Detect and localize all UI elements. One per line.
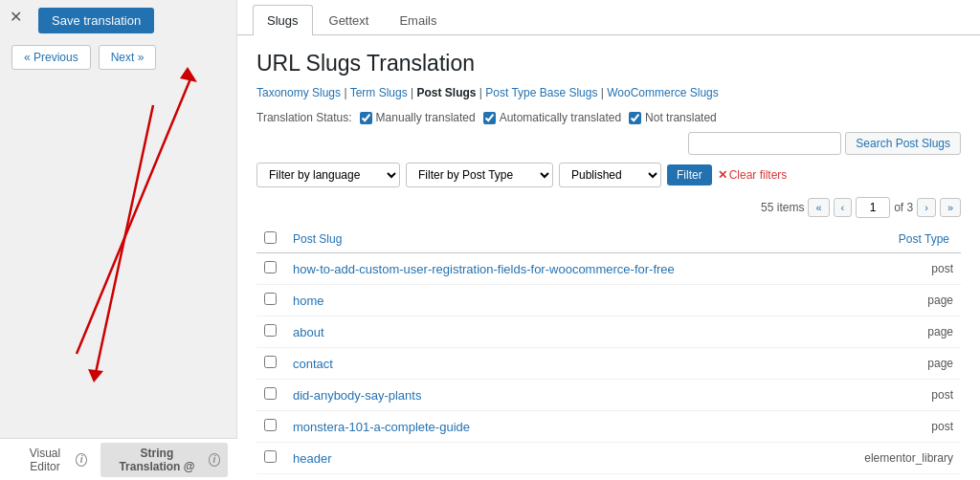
sublink-woocommerce[interactable]: WooCommerce Slugs bbox=[607, 86, 718, 99]
page-title: URL Slugs Translation bbox=[256, 51, 961, 76]
select-all-column bbox=[256, 226, 285, 253]
current-page-input[interactable]: 1 bbox=[856, 197, 890, 218]
row-checkbox-4[interactable] bbox=[264, 387, 277, 400]
row-checkbox-0[interactable] bbox=[264, 261, 277, 273]
post-type-cell: post bbox=[820, 411, 961, 443]
svg-line-2 bbox=[96, 105, 153, 373]
row-checkbox-2[interactable] bbox=[264, 324, 277, 337]
first-page-button[interactable]: « bbox=[808, 198, 829, 217]
slug-link-6[interactable]: header bbox=[293, 451, 331, 466]
filters-row-2: Filter by language Filter by Post Type P… bbox=[256, 163, 961, 187]
slug-link-4[interactable]: did-anybody-say-plants bbox=[293, 388, 421, 403]
slug-link-3[interactable]: contact bbox=[293, 357, 333, 371]
sublink-taxonomy[interactable]: Taxonomy Slugs bbox=[256, 86, 341, 99]
row-checkbox-cell bbox=[256, 380, 285, 411]
slug-link-2[interactable]: about bbox=[293, 325, 324, 339]
close-button[interactable]: ✕ bbox=[10, 8, 22, 26]
search-post-slugs-button[interactable]: Search Post Slugs bbox=[845, 132, 961, 155]
tabs-bar: Slugs Gettext Emails bbox=[237, 0, 980, 35]
slug-link-5[interactable]: monstera-101-a-complete-guide bbox=[293, 420, 470, 434]
tab-gettext[interactable]: Gettext bbox=[315, 5, 384, 35]
pagination-row: 55 items « ‹ 1 of 3 › » bbox=[256, 197, 961, 218]
next-page-button[interactable]: › bbox=[917, 198, 936, 217]
string-translation-info-icon[interactable]: i bbox=[209, 453, 220, 467]
table-row: how-to-add-custom-user-registration-fiel… bbox=[256, 253, 961, 285]
search-box: Search Post Slugs bbox=[688, 132, 961, 155]
post-type-column-header: Post Type bbox=[820, 226, 961, 253]
last-page-button[interactable]: » bbox=[940, 198, 961, 217]
nav-buttons: « Previous Next » bbox=[0, 41, 236, 81]
post-type-cell: elementor_library bbox=[820, 443, 961, 474]
tab-emails[interactable]: Emails bbox=[385, 5, 451, 35]
row-checkbox-cell bbox=[256, 411, 285, 443]
table-row: header elementor_library bbox=[256, 443, 961, 474]
table-row: about page bbox=[256, 316, 961, 348]
total-items: 55 items bbox=[761, 201, 804, 214]
checkbox-manually-translated[interactable]: Manually translated bbox=[360, 111, 476, 124]
save-translation-button[interactable]: Save translation bbox=[38, 8, 154, 33]
status-filter[interactable]: Published bbox=[559, 163, 661, 187]
select-all-checkbox[interactable] bbox=[264, 231, 277, 244]
post-slug-column-header[interactable]: Post Slug bbox=[285, 226, 820, 253]
slugs-table: Post Slug Post Type how-to-add-custom-us… bbox=[256, 226, 961, 474]
post-type-cell: page bbox=[820, 285, 961, 316]
row-checkbox-cell bbox=[256, 443, 285, 474]
sub-links: Taxonomy Slugs | Term Slugs | Post Slugs… bbox=[256, 86, 961, 99]
slug-link-1[interactable]: home bbox=[293, 294, 324, 308]
checkbox-manually-input[interactable] bbox=[360, 112, 372, 124]
row-checkbox-cell bbox=[256, 316, 285, 348]
table-header-row: Post Slug Post Type bbox=[256, 226, 961, 253]
checkbox-auto-translated[interactable]: Automatically translated bbox=[483, 111, 621, 124]
sublink-term[interactable]: Term Slugs bbox=[350, 86, 408, 99]
slug-cell: did-anybody-say-plants bbox=[285, 380, 820, 411]
prev-page-button[interactable]: ‹ bbox=[834, 198, 853, 217]
main-panel: Slugs Gettext Emails URL Slugs Translati… bbox=[237, 0, 980, 480]
slug-cell: home bbox=[285, 285, 820, 316]
slug-cell: how-to-add-custom-user-registration-fiel… bbox=[285, 253, 820, 285]
bottom-bar: Visual Editor i String Translation @ i bbox=[0, 438, 237, 480]
visual-editor-info-icon[interactable]: i bbox=[76, 453, 87, 467]
total-pages: of 3 bbox=[894, 201, 913, 214]
post-type-cell: post bbox=[820, 380, 961, 411]
table-row: home page bbox=[256, 285, 961, 316]
sublink-post[interactable]: Post Slugs bbox=[416, 86, 476, 99]
tab-slugs[interactable]: Slugs bbox=[253, 5, 313, 35]
left-panel: ✕ Save translation « Previous Next » Vis… bbox=[0, 0, 237, 480]
slug-link-0[interactable]: how-to-add-custom-user-registration-fiel… bbox=[293, 262, 675, 276]
content-area: URL Slugs Translation Taxonomy Slugs | T… bbox=[237, 35, 980, 480]
post-type-cell: post bbox=[820, 253, 961, 285]
row-checkbox-cell bbox=[256, 348, 285, 380]
string-translation-button[interactable]: String Translation @ i bbox=[100, 443, 228, 477]
slug-cell: header bbox=[285, 443, 820, 474]
svg-marker-3 bbox=[88, 369, 103, 382]
table-row: contact page bbox=[256, 348, 961, 380]
language-filter[interactable]: Filter by language bbox=[256, 163, 400, 187]
post-type-cell: page bbox=[820, 316, 961, 348]
row-checkbox-1[interactable] bbox=[264, 293, 277, 305]
slug-cell: about bbox=[285, 316, 820, 348]
post-type-cell: page bbox=[820, 348, 961, 380]
string-translation-label: String Translation @ bbox=[108, 447, 205, 473]
row-checkbox-cell bbox=[256, 253, 285, 285]
filter-button[interactable]: Filter bbox=[667, 164, 712, 185]
prev-button[interactable]: « Previous bbox=[11, 45, 91, 70]
visual-editor-label: Visual Editor bbox=[17, 447, 73, 473]
checkbox-auto-input[interactable] bbox=[483, 112, 496, 124]
next-button[interactable]: Next » bbox=[99, 45, 157, 70]
row-checkbox-6[interactable] bbox=[264, 450, 277, 463]
sublink-posttype[interactable]: Post Type Base Slugs bbox=[485, 86, 597, 99]
post-type-filter[interactable]: Filter by Post Type bbox=[406, 163, 553, 187]
checkbox-not-input[interactable] bbox=[629, 112, 641, 124]
translation-status-label: Translation Status: bbox=[256, 111, 352, 124]
table-row: did-anybody-say-plants post bbox=[256, 380, 961, 411]
checkbox-not-translated[interactable]: Not translated bbox=[629, 111, 717, 124]
row-checkbox-cell bbox=[256, 285, 285, 316]
search-input[interactable] bbox=[688, 132, 841, 155]
clear-filters-button[interactable]: ✕ Clear filters bbox=[718, 168, 788, 182]
row-checkbox-5[interactable] bbox=[264, 419, 277, 431]
row-checkbox-3[interactable] bbox=[264, 356, 277, 368]
slug-cell: monstera-101-a-complete-guide bbox=[285, 411, 820, 443]
visual-editor-button[interactable]: Visual Editor i bbox=[10, 443, 95, 477]
filters-row-1: Translation Status: Manually translated … bbox=[256, 111, 961, 155]
slug-cell: contact bbox=[285, 348, 820, 380]
